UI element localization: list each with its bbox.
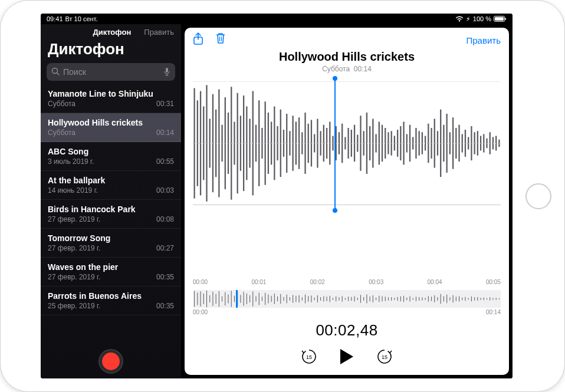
record-button[interactable] — [98, 349, 123, 374]
status-charging-icon: ⚡︎ — [466, 15, 471, 23]
detail-subtitle: Суббота 00:14 — [185, 65, 509, 73]
recording-date: 14 июнь 2019 г. — [48, 186, 98, 195]
overview-playhead[interactable] — [236, 290, 238, 308]
screen: 09:41 Вт 10 сент. ⚡︎ 100 % Диктофон Прав… — [41, 14, 513, 378]
recording-title: ABC Song — [48, 147, 174, 156]
recording-row[interactable]: Yamanote Line to Shinjuku Суббота 00:31 — [41, 84, 181, 113]
search-icon — [51, 67, 60, 78]
time-ruler: 00:0000:0100:0200:0300:0400:05 — [193, 279, 501, 285]
overview-start-time: 00:00 — [193, 309, 208, 315]
status-date: Вт 10 сент. — [65, 15, 98, 22]
svg-rect-1 — [495, 17, 504, 21]
waveform-overview[interactable] — [193, 290, 501, 308]
recording-duration: 00:03 — [156, 186, 174, 195]
recording-duration: 00:55 — [156, 157, 174, 166]
recording-date: 27 февр. 2019 г. — [48, 244, 100, 252]
recording-row[interactable]: ABC Song 3 июль 2019 г. 00:55 — [41, 142, 181, 171]
dictation-icon[interactable] — [163, 67, 170, 79]
svg-text:15: 15 — [382, 354, 387, 360]
recording-date: 3 июль 2019 г. — [48, 157, 94, 166]
svg-marker-212 — [340, 349, 353, 364]
recording-date: 27 февр. 2019 г. — [48, 273, 100, 281]
recording-row[interactable]: Hollywood Hills crickets Суббота 00:14 — [41, 113, 181, 142]
detail-title: Hollywood Hills crickets — [185, 50, 509, 64]
current-time: 00:02,48 — [185, 321, 509, 340]
sidebar: Диктофон Править Диктофон Yamanote Line … — [41, 24, 181, 378]
record-button-inner — [102, 353, 120, 370]
overview-end-time: 00:14 — [486, 309, 501, 315]
recording-title: At the ballpark — [48, 176, 174, 185]
svg-text:15: 15 — [306, 354, 312, 360]
svg-line-4 — [57, 73, 60, 75]
ipad-frame: 09:41 Вт 10 сент. ⚡︎ 100 % Диктофон Прав… — [0, 0, 565, 392]
waveform-main[interactable] — [193, 81, 501, 205]
status-battery-pct: 100 % — [473, 15, 491, 22]
battery-icon — [494, 16, 507, 22]
wifi-icon — [455, 16, 464, 22]
recording-row[interactable]: At the ballpark 14 июнь 2019 г. 00:03 — [41, 171, 181, 200]
recording-row[interactable]: Waves on the pier 27 февр. 2019 г. 00:35 — [41, 258, 181, 286]
search-input[interactable] — [47, 63, 175, 81]
recordings-list: Yamanote Line to Shinjuku Суббота 00:31H… — [41, 84, 181, 378]
skip-back-15-button[interactable]: 15 — [300, 348, 318, 365]
svg-rect-5 — [166, 68, 168, 73]
status-time: 09:41 — [47, 15, 63, 22]
recording-duration: 00:14 — [156, 129, 174, 137]
status-bar: 09:41 Вт 10 сент. ⚡︎ 100 % — [41, 14, 513, 24]
recording-duration: 00:27 — [156, 244, 174, 252]
tab-edit[interactable]: Править — [144, 28, 174, 37]
playhead[interactable] — [334, 78, 336, 210]
svg-rect-2 — [505, 18, 507, 20]
recording-duration: 00:31 — [156, 100, 174, 108]
tab-dictaphone[interactable]: Диктофон — [93, 28, 131, 37]
recording-duration: 00:35 — [156, 273, 174, 281]
trash-icon[interactable] — [215, 32, 226, 48]
detail-edit-button[interactable]: Править — [467, 35, 501, 45]
recording-row[interactable]: Tomorrow Song 27 февр. 2019 г. 00:27 — [41, 229, 181, 258]
recording-duration: 00:08 — [156, 215, 174, 223]
recording-row[interactable]: Parrots in Buenos Aires 25 февр. 2019 г.… — [41, 286, 181, 315]
recording-duration: 00:35 — [156, 302, 174, 310]
home-button[interactable] — [525, 183, 551, 209]
recording-date: 27 февр. 2019 г. — [48, 215, 100, 223]
recording-title: Birds in Hancock Park — [48, 205, 174, 214]
recording-title: Parrots in Buenos Aires — [48, 291, 174, 301]
recording-date: Суббота — [48, 129, 75, 137]
play-button[interactable] — [339, 348, 354, 365]
share-icon[interactable] — [193, 32, 203, 48]
recording-date: 25 февр. 2019 г. — [48, 302, 100, 310]
recording-title: Yamanote Line to Shinjuku — [48, 89, 174, 98]
recording-date: Суббота — [48, 100, 75, 108]
skip-forward-15-button[interactable]: 15 — [376, 348, 393, 365]
recording-row[interactable]: Birds in Hancock Park 27 февр. 2019 г. 0… — [41, 200, 181, 229]
recording-title: Waves on the pier — [48, 262, 174, 272]
recording-title: Tomorrow Song — [48, 233, 174, 243]
recording-title: Hollywood Hills crickets — [48, 118, 174, 127]
sidebar-title: Диктофон — [41, 39, 181, 63]
detail-panel: Править Hollywood Hills crickets Суббота… — [181, 24, 513, 378]
